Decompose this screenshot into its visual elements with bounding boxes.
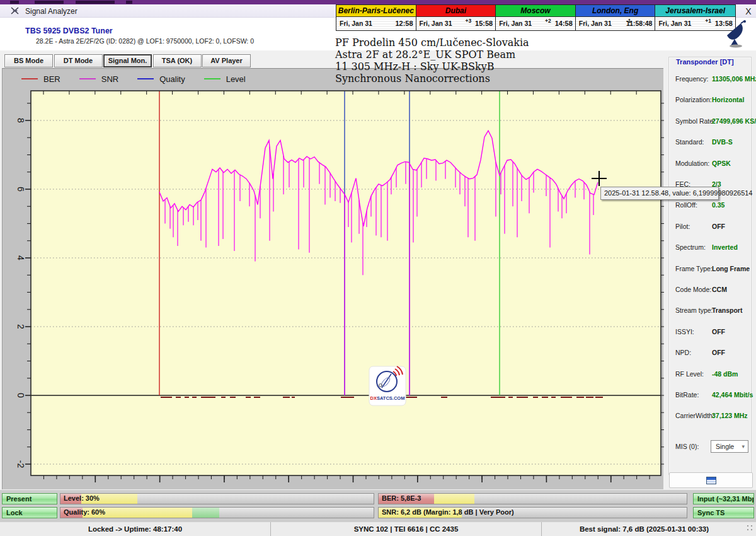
field-label: Stream type: bbox=[675, 306, 713, 314]
tab-signal-mon-[interactable]: Signal Mon. bbox=[103, 54, 152, 67]
clock-date: Fri, Jan 31 bbox=[340, 20, 372, 27]
transponder-panel: Transponder [DT] Frequency:11305,006 MHz… bbox=[667, 52, 754, 489]
clock-date: Fri, Jan 31 bbox=[420, 20, 452, 27]
mis-dropdown[interactable]: Single ▾ bbox=[711, 440, 748, 453]
clock-time-row: Fri, Jan 31+214:58 bbox=[496, 17, 575, 30]
field-value: CCM bbox=[712, 286, 727, 293]
clock-0: Berlin-Paris-LučenecFri, Jan 3112:58 bbox=[336, 5, 416, 30]
transponder-row-bitrate: BitRate:42,464 Mbit/s bbox=[669, 391, 752, 400]
clock-date: Fri, Jan 31 bbox=[658, 20, 691, 27]
y-tick-label: 4 bbox=[16, 255, 26, 260]
logo-part bbox=[377, 371, 397, 392]
transponder-row-pilot: Pilot:OFF bbox=[669, 223, 752, 231]
field-label: Modulation: bbox=[675, 160, 709, 167]
tab-av-player[interactable]: AV Player bbox=[202, 54, 251, 67]
clock-time-row: Fri, Jan 31+315:58 bbox=[416, 17, 496, 30]
indicator-strip: PresentLevel: 30%BER: 5,8E-3Input (~32,3… bbox=[0, 490, 756, 521]
clock-3: London, EngFri, Jan 31-111:58:48 bbox=[576, 5, 656, 30]
dxsatcs-logo: DXSATCS.COM bbox=[369, 366, 406, 405]
capture-button[interactable] bbox=[669, 472, 753, 488]
logo-part: DXSATCS.COM bbox=[370, 395, 405, 401]
transponder-groupbox: Transponder [DT] Frequency:11305,006 MHz… bbox=[668, 57, 752, 475]
field-label: Code Mode: bbox=[675, 286, 711, 293]
resize-grip[interactable] bbox=[746, 524, 755, 534]
y-tick-label: 0 bbox=[16, 393, 26, 398]
field-value: QPSK bbox=[712, 160, 731, 167]
transponder-row-spectrum: Spectrum:Inverted bbox=[669, 243, 752, 252]
field-label: Polarization: bbox=[675, 96, 712, 103]
field-value: 37,123 MHz bbox=[712, 412, 748, 419]
y-tick-label: -2 bbox=[16, 460, 26, 469]
world-clocks: Berlin-Paris-LučenecFri, Jan 3112:58Duba… bbox=[336, 4, 736, 31]
transponder-row-streamtype: Stream type:Transport bbox=[669, 306, 752, 315]
transponder-row-modulation: Modulation:QPSK bbox=[669, 160, 752, 168]
transponder-row-carrierwidth: CarrierWidth:37,123 MHz bbox=[669, 412, 752, 421]
progress-bar: Quality: 60% bbox=[60, 507, 374, 518]
field-label: Symbol Rate: bbox=[675, 117, 715, 125]
field-value: 0.35 bbox=[712, 201, 724, 209]
field-value: Inverted bbox=[712, 243, 738, 251]
tab-bs-mode[interactable]: BS Mode bbox=[4, 54, 53, 67]
plot-area[interactable] bbox=[31, 91, 661, 475]
signal-chart-panel: BERSNRQualityLevel 86420-2DXSATCS.COM bbox=[2, 68, 663, 489]
close-button[interactable]: X bbox=[742, 6, 755, 17]
tuner-details: 28.2E - Astra 2E/2F/2G (ID: 0282) @ LOF1… bbox=[36, 37, 254, 45]
indicator-lock[interactable]: Lock bbox=[2, 507, 57, 518]
field-label: ISSYI: bbox=[675, 328, 694, 335]
field-label: CarrierWidth: bbox=[675, 412, 714, 419]
transponder-row-polarization: Polarization:Horizontal bbox=[669, 96, 752, 105]
status-bar: Locked -> Uptime: 48:17:40 SYNC 102 | TE… bbox=[0, 521, 756, 536]
clock-date: Fri, Jan 31 bbox=[579, 20, 612, 27]
satellite-dish-icon bbox=[722, 20, 752, 48]
bar-label: BER: 5,8E-3 bbox=[382, 494, 421, 502]
field-value: -48 dBm bbox=[712, 370, 738, 378]
transponder-row-rolloff: RollOff:0.35 bbox=[669, 201, 752, 210]
clock-date: Fri, Jan 31 bbox=[499, 20, 532, 27]
clock-city-label: London, Eng bbox=[576, 5, 655, 17]
window-fragment bbox=[126, 1, 132, 4]
chart-tooltip: 2025-01-31 12.58.48, value: 6,1999998092… bbox=[600, 187, 719, 200]
indicator-input-32-31-mbps-[interactable]: Input (~32,31 Mbps) bbox=[693, 493, 754, 504]
indicator-present[interactable]: Present bbox=[2, 493, 57, 504]
app-satellite-icon bbox=[10, 6, 20, 16]
bar-segment bbox=[192, 508, 220, 518]
transponder-row-rflevel: RF Level:-48 dBm bbox=[669, 370, 752, 379]
y-tick-label: 2 bbox=[16, 324, 26, 329]
annotation-line-1: PF Prodelin 450 cm/Lučenec-Slovakia bbox=[335, 37, 529, 49]
clock-city-label: Dubai bbox=[416, 5, 496, 17]
signal-chart[interactable]: 86420-2DXSATCS.COM bbox=[3, 69, 664, 490]
indicator-sync-ts[interactable]: Sync TS bbox=[693, 507, 754, 518]
window-capture-icon bbox=[706, 477, 716, 484]
clock-city-label: Berlin-Paris-Lučenec bbox=[336, 5, 416, 17]
tab-tsa-ok-[interactable]: TSA (OK) bbox=[153, 54, 202, 67]
transponder-row-frequency: Frequency:11305,006 MHz bbox=[669, 75, 752, 84]
field-label: RF Level: bbox=[675, 370, 704, 378]
progress-bar: BER: 5,8E-3 bbox=[378, 493, 687, 504]
field-value: Transport bbox=[712, 306, 742, 314]
tab-dt-mode[interactable]: DT Mode bbox=[54, 54, 103, 67]
annotation-line-4: Synchronous Nanocorrections bbox=[335, 73, 490, 84]
field-label: Spectrum: bbox=[675, 243, 706, 251]
window-title: Signal Analyzer bbox=[25, 7, 77, 16]
transponder-row-frametype: Frame Type:Long Frame bbox=[669, 265, 752, 274]
clock-utc-offset: +2 bbox=[545, 18, 551, 24]
chevron-down-icon: ▾ bbox=[742, 441, 745, 452]
clock-time: 15:58 bbox=[475, 20, 493, 27]
transponder-row-standard: Standard:DVB-S bbox=[669, 138, 752, 147]
field-value: 27499,696 KS/s bbox=[712, 117, 756, 125]
status-lock-uptime: Locked -> Uptime: 48:17:40 bbox=[0, 522, 271, 536]
bar-label: Level: 30% bbox=[64, 494, 100, 502]
clock-time: 12:58 bbox=[395, 20, 413, 27]
mis-row: MIS (0): Single ▾ bbox=[669, 443, 752, 452]
progress-bar: Level: 30% bbox=[60, 493, 374, 504]
transponder-row-npd: NPD:OFF bbox=[669, 349, 752, 358]
clock-time: 11:58:48 bbox=[626, 20, 652, 27]
clock-time-row: Fri, Jan 31-111:58:48 bbox=[576, 17, 655, 30]
field-value: 11305,006 MHz bbox=[712, 75, 756, 83]
field-label: BitRate: bbox=[675, 391, 699, 399]
field-label: Standard: bbox=[675, 138, 704, 146]
window-fragment bbox=[76, 1, 115, 4]
y-tick-label: 6 bbox=[16, 187, 26, 192]
field-label: NPD: bbox=[675, 349, 691, 356]
clock-time: 14:58 bbox=[555, 20, 573, 27]
